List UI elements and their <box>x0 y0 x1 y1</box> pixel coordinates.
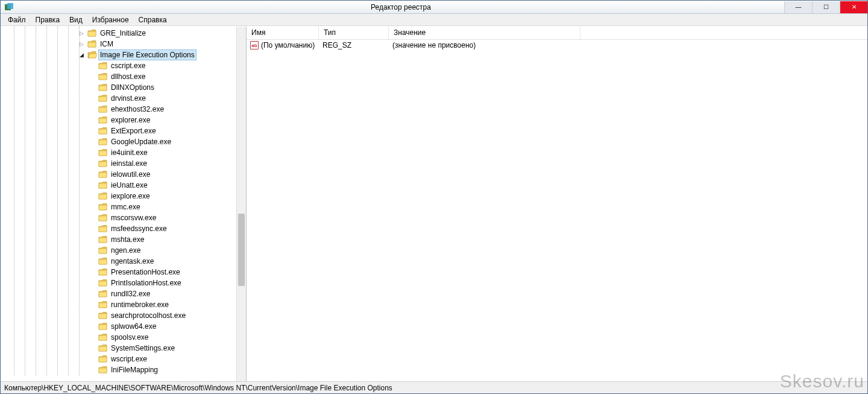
tree-item[interactable]: ngen.exe <box>1 245 236 256</box>
titlebar[interactable]: Редактор реестра — ☐ ✕ <box>1 1 867 14</box>
menu-edit[interactable]: Правка <box>31 14 65 25</box>
menu-favorites[interactable]: Избранное <box>87 14 134 25</box>
tree-item[interactable]: ExtExport.exe <box>1 126 236 136</box>
folder-icon <box>98 268 108 276</box>
tree-item[interactable]: ieinstal.exe <box>1 158 236 169</box>
tree-item-label: splwow64.exe <box>109 321 158 332</box>
tree-item-label: PresentationHost.exe <box>109 267 182 278</box>
value-name: (По умолчанию) <box>261 41 315 49</box>
close-button[interactable]: ✕ <box>840 1 867 13</box>
menubar: Файл Правка Вид Избранное Справка <box>1 14 867 26</box>
scrollbar-thumb[interactable] <box>238 214 245 286</box>
folder-icon <box>98 94 108 103</box>
tree-item[interactable]: ▷GRE_Initialize <box>1 28 236 39</box>
tree-scrollbar[interactable] <box>236 27 246 381</box>
tree-item[interactable]: ehexthost32.exe <box>1 104 236 115</box>
expand-icon[interactable]: ▷ <box>79 41 84 46</box>
tree-item-label: ie4uinit.exe <box>109 147 149 158</box>
tree-item[interactable]: cscript.exe <box>1 60 236 71</box>
menu-file[interactable]: Файл <box>3 14 31 25</box>
menu-help[interactable]: Справка <box>134 14 172 25</box>
tree-item-label: IniFileMapping <box>109 364 160 375</box>
folder-icon <box>98 279 108 287</box>
tree-item[interactable]: IniFileMapping <box>1 364 236 375</box>
tree-item-label: ngentask.exe <box>109 256 156 267</box>
collapse-icon[interactable]: ◢ <box>79 52 84 57</box>
tree-item-label: mscorsvw.exe <box>109 212 158 223</box>
tree-item-label: Image File Execution Options <box>98 49 197 60</box>
menu-view[interactable]: Вид <box>64 14 87 25</box>
list-pane[interactable]: Имя Тип Значение ab (По умолчанию) REG_S… <box>247 27 867 381</box>
minimize-button[interactable]: — <box>784 1 812 13</box>
tree-item-label: ieinstal.exe <box>109 158 149 169</box>
folder-icon <box>98 333 108 342</box>
tree-item-label: ExtExport.exe <box>109 126 158 136</box>
folder-icon <box>98 105 108 113</box>
folder-icon <box>98 366 108 374</box>
tree-item[interactable]: SystemSettings.exe <box>1 343 236 354</box>
folder-icon <box>98 203 108 211</box>
expand-icon[interactable]: ▷ <box>79 30 84 36</box>
tree-item-label: mmc.exe <box>109 202 142 212</box>
tree-item[interactable]: dllhost.exe <box>1 71 236 82</box>
folder-icon <box>98 300 108 309</box>
tree-item-label: GoogleUpdate.exe <box>109 136 173 147</box>
tree-item[interactable]: ieUnatt.exe <box>1 180 236 191</box>
list-body: ab (По умолчанию) REG_SZ (значение не пр… <box>247 40 867 381</box>
maximize-button[interactable]: ☐ <box>812 1 840 13</box>
tree-item-label: wscript.exe <box>109 354 149 364</box>
folder-icon <box>98 235 108 244</box>
tree-item[interactable]: ielowutil.exe <box>1 169 236 180</box>
tree-item-label: ngen.exe <box>109 245 142 256</box>
value-data: (значение не присвоено) <box>389 41 867 49</box>
list-row-default[interactable]: ab (По умолчанию) REG_SZ (значение не пр… <box>247 40 867 51</box>
folder-icon <box>98 246 108 255</box>
tree-item-label: iexplore.exe <box>109 191 152 202</box>
tree-item-label: ielowutil.exe <box>109 169 152 180</box>
tree-item[interactable]: ▷ICM <box>1 39 236 49</box>
folder-icon <box>98 159 108 168</box>
tree-item[interactable]: searchprotocolhost.exe <box>1 310 236 321</box>
folder-icon <box>98 224 108 233</box>
tree-item[interactable]: ngentask.exe <box>1 256 236 267</box>
tree-item-label: msfeedssync.exe <box>109 223 169 234</box>
tree-item[interactable]: drvinst.exe <box>1 93 236 104</box>
tree-item[interactable]: mmc.exe <box>1 202 236 212</box>
tree-item[interactable]: PresentationHost.exe <box>1 267 236 278</box>
folder-icon <box>87 51 97 59</box>
tree-item[interactable]: wscript.exe <box>1 354 236 364</box>
tree-item[interactable]: runtimebroker.exe <box>1 299 236 310</box>
col-type[interactable]: Тип <box>319 27 389 39</box>
tree-pane[interactable]: ▷GRE_Initialize▷ICM◢Image File Execution… <box>1 27 247 381</box>
folder-icon <box>98 148 108 157</box>
tree-item[interactable]: rundll32.exe <box>1 288 236 299</box>
content-area: ▷GRE_Initialize▷ICM◢Image File Execution… <box>1 26 867 381</box>
folder-icon <box>98 170 108 179</box>
app-icon <box>4 2 14 12</box>
col-value[interactable]: Значение <box>389 27 580 39</box>
value-type: REG_SZ <box>319 41 389 49</box>
tree-item[interactable]: PrintIsolationHost.exe <box>1 278 236 288</box>
tree-item[interactable]: splwow64.exe <box>1 321 236 332</box>
window-controls: — ☐ ✕ <box>784 1 867 13</box>
tree-item-label: GRE_Initialize <box>98 28 148 39</box>
tree-item[interactable]: GoogleUpdate.exe <box>1 136 236 147</box>
tree-item[interactable]: msfeedssync.exe <box>1 223 236 234</box>
tree-item[interactable]: spoolsv.exe <box>1 332 236 343</box>
folder-icon <box>98 62 108 70</box>
tree-item[interactable]: iexplore.exe <box>1 191 236 202</box>
folder-icon <box>98 290 108 298</box>
tree-item-label: PrintIsolationHost.exe <box>109 278 183 288</box>
folder-icon <box>98 322 108 331</box>
tree-item-label: DllNXOptions <box>109 82 156 93</box>
tree-item[interactable]: explorer.exe <box>1 115 236 126</box>
tree-item[interactable]: ◢Image File Execution Options <box>1 49 236 60</box>
tree-item-label: ICM <box>98 39 115 49</box>
col-name[interactable]: Имя <box>247 27 319 39</box>
tree-item-label: ehexthost32.exe <box>109 104 166 115</box>
folder-icon <box>98 192 108 200</box>
tree-item[interactable]: DllNXOptions <box>1 82 236 93</box>
tree-item[interactable]: mscorsvw.exe <box>1 212 236 223</box>
tree-item[interactable]: mshta.exe <box>1 234 236 245</box>
tree-item[interactable]: ie4uinit.exe <box>1 147 236 158</box>
